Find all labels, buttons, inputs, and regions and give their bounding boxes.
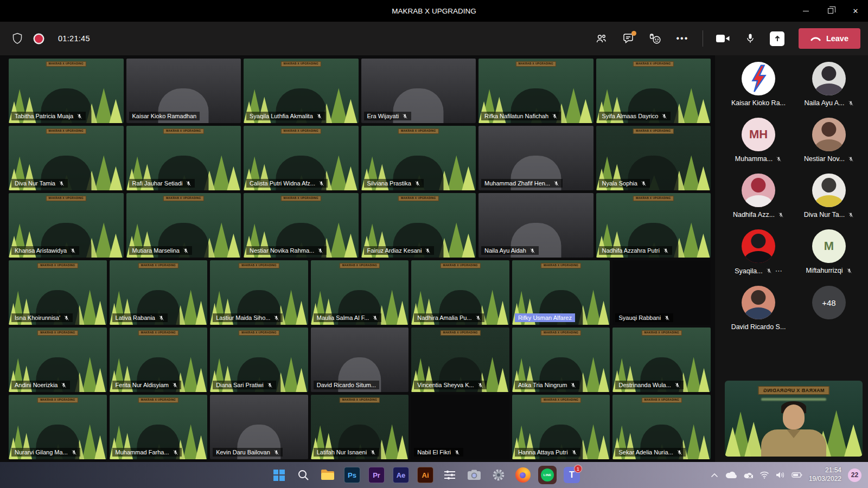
volume-icon[interactable] — [776, 471, 785, 479]
battery-icon[interactable] — [792, 472, 802, 478]
close-button[interactable]: ✕ — [843, 0, 868, 22]
video-tile[interactable]: MAKRAB X UPGRADINGDestrinanda Wula... — [612, 328, 711, 392]
chevron-up-icon[interactable] — [711, 473, 718, 478]
video-tile[interactable]: MAKRAB X UPGRADINGDiva Nur Tamia — [9, 126, 124, 190]
tile-banner: MAKRAB X UPGRADING — [138, 263, 178, 268]
video-row: MAKRAB X UPGRADINGDiva Nur Tamia MAKRAB … — [9, 126, 711, 190]
video-tile[interactable]: Kevin Daru Bailovan — [210, 395, 308, 459]
mic-muted-icon — [158, 315, 164, 321]
wifi-icon[interactable] — [760, 471, 769, 479]
restore-button[interactable] — [818, 0, 843, 22]
video-tile[interactable]: MAKRAB X UPGRADINGTabitha Patricia Muaja — [9, 59, 124, 123]
self-view-tile[interactable]: MAKRAB X UPGRADING — [725, 381, 863, 457]
camera-icon — [716, 34, 730, 43]
video-tile[interactable]: MAKRAB X UPGRADINGAndini Noerizkia — [9, 328, 107, 392]
share-screen-button[interactable] — [765, 28, 790, 49]
line-app-taskbar-button[interactable]: LINE — [537, 464, 558, 486]
video-tile[interactable]: MAKRAB X UPGRADINGVincentia Sheyva K... — [411, 328, 509, 392]
firefox-icon — [515, 467, 531, 483]
video-tile[interactable]: MAKRAB X UPGRADINGMaulia Salma Al F... — [311, 260, 409, 325]
video-tile[interactable]: Era Wijayati — [361, 59, 476, 123]
sidebar-participant[interactable]: Nestiar Nov... — [795, 118, 863, 163]
sidebar-participant[interactable]: David Ricardo S... — [725, 286, 792, 331]
video-tile[interactable]: MAKRAB X UPGRADINGFairuz Ardiaz Kesani — [361, 193, 476, 258]
video-tile[interactable]: MAKRAB X UPGRADINGNadhifa Azzahra Putri — [596, 193, 711, 258]
video-tile[interactable]: Syauqi Rabbani — [612, 260, 711, 325]
settings-taskbar-button[interactable] — [488, 464, 509, 486]
after-effects-taskbar-button[interactable]: Ae — [390, 464, 412, 486]
video-tile[interactable]: MAKRAB X UPGRADINGAtika Tria Ningrum — [512, 328, 610, 392]
video-tile[interactable]: MAKRAB X UPGRADINGKhansa Aristawidya — [9, 193, 124, 258]
mic-muted-icon — [273, 450, 279, 455]
premiere-taskbar-button[interactable]: Pr — [366, 464, 387, 486]
file-explorer-taskbar-button[interactable] — [317, 464, 339, 486]
leave-button[interactable]: Leave — [799, 28, 860, 49]
mic-muted-icon — [372, 315, 378, 321]
video-tile[interactable]: MAKRAB X UPGRADINGLativa Rabania — [110, 260, 208, 325]
video-tile[interactable]: MAKRAB X UPGRADINGSyifa Almaas Dayrico — [596, 59, 711, 123]
video-tile[interactable]: MAKRAB X UPGRADINGIsna Khoirunnisa' — [9, 260, 107, 325]
windows-start-taskbar-button[interactable] — [268, 464, 290, 486]
video-tile[interactable]: Muhammad Zhafif Hen... — [478, 126, 593, 190]
video-tile[interactable]: Naila Ayu Aidah — [478, 193, 593, 258]
video-tile[interactable]: MAKRAB X UPGRADINGNestiar Novika Rahma..… — [244, 193, 359, 258]
photoshop-taskbar-button[interactable]: Ps — [341, 464, 363, 486]
sidebar-participant[interactable]: Nadhifa Azz... — [725, 174, 792, 219]
participant-more-icon[interactable]: ⋯ — [775, 267, 782, 275]
tray-misc-icon[interactable] — [743, 471, 753, 479]
tile-banner: MAKRAB X UPGRADING — [46, 61, 86, 67]
video-tile[interactable]: MAKRAB X UPGRADINGSekar Adelia Nuria... — [612, 395, 711, 459]
participant-name-label: Rafi Jauhar Setiadi — [129, 179, 195, 188]
video-tile[interactable]: MAKRAB X UPGRADINGFerita Nur Aldisyiam — [110, 328, 208, 392]
teams-taskbar-button[interactable]: T1 — [561, 464, 583, 486]
video-tile[interactable]: MAKRAB X UPGRADINGNyala Sophia — [596, 126, 711, 190]
volume-mixer-taskbar-button[interactable] — [439, 464, 461, 486]
sidebar-participant[interactable]: Kaisar Kioko Ra... — [725, 62, 792, 107]
video-tile[interactable]: MAKRAB X UPGRADINGRifka Nafilatun Nafich… — [478, 59, 593, 123]
participant-name: Rafi Jauhar Setiadi — [132, 180, 183, 187]
video-tile[interactable]: MAKRAB X UPGRADINGSyaqila Luthfia Akmali… — [244, 59, 359, 123]
taskbar-clock[interactable]: 21:54 19/03/2022 — [809, 466, 841, 483]
premiere-icon: Pr — [368, 467, 385, 483]
sidebar-participant[interactable]: MMiftahurrizqi — [795, 229, 863, 275]
video-tile[interactable]: MAKRAB X UPGRADINGNadhira Amalia Pu... — [411, 260, 509, 325]
mic-toggle-button[interactable] — [738, 28, 763, 49]
camera-toggle-button[interactable] — [711, 28, 736, 49]
minimize-button[interactable] — [793, 0, 818, 22]
participant-name-label: Latifah Nur Isnaeni — [314, 448, 379, 457]
more-options-button[interactable]: ••• — [670, 28, 695, 49]
onedrive-icon[interactable] — [725, 471, 737, 479]
notification-count-badge[interactable]: 22 — [848, 468, 861, 482]
video-tile[interactable]: Kaisar Kioko Ramadhan — [126, 59, 241, 123]
video-tile[interactable]: MAKRAB X UPGRADINGLastiur Maida Siho... — [210, 260, 308, 325]
chat-button[interactable] — [616, 28, 641, 49]
reactions-button[interactable] — [643, 28, 668, 49]
sidebar-participant[interactable]: Syaqila... ⋯ — [725, 229, 792, 275]
sidebar-participant[interactable]: Naila Ayu A... — [795, 62, 863, 107]
video-tile[interactable]: MAKRAB X UPGRADINGRafi Jauhar Setiadi — [126, 126, 241, 190]
tile-banner: MAKRAB X UPGRADING — [541, 397, 581, 403]
overflow-participants[interactable]: +48 — [795, 286, 863, 331]
video-tile[interactable]: MAKRAB X UPGRADINGMuhammad Farha... — [110, 395, 208, 459]
video-tile[interactable]: MAKRAB X UPGRADINGSilviana Prastika — [361, 126, 476, 190]
video-tile[interactable]: MAKRAB X UPGRADINGNurarvi Gilang Ma... — [9, 395, 107, 459]
video-tile[interactable]: MAKRAB X UPGRADINGCalista Putri Widna Af… — [244, 126, 359, 190]
illustrator-taskbar-button[interactable]: Ai — [414, 464, 436, 486]
participant-name: Nurarvi Gilang Ma... — [15, 449, 68, 455]
participant-name: Tabitha Patricia Muaja — [15, 113, 73, 119]
video-tile[interactable]: MAKRAB X UPGRADINGDiana Sari Pratiwi — [210, 328, 308, 392]
windows-search-taskbar-button[interactable] — [292, 464, 314, 486]
participants-button[interactable] — [589, 28, 614, 49]
video-tile[interactable]: MAKRAB X UPGRADINGLatifah Nur Isnaeni — [311, 395, 409, 459]
video-tile[interactable]: MAKRAB X UPGRADINGMutiara Marselina — [126, 193, 241, 258]
sidebar-participant[interactable]: MHMuhamma... — [725, 118, 792, 163]
video-tile[interactable]: David Ricardo Situm... — [311, 328, 409, 392]
firefox-taskbar-button[interactable] — [512, 464, 534, 486]
video-tile[interactable]: MAKRAB X UPGRADINGRifky Usman Alfarez — [512, 260, 610, 325]
video-tile[interactable]: Nabil El Fikri — [411, 395, 509, 459]
sidebar-participant[interactable]: Diva Nur Ta... — [795, 174, 863, 219]
sidebar-participant-name: Kaisar Kioko Ra... — [731, 99, 786, 107]
participant-name: Diana Sari Pratiwi — [216, 382, 263, 388]
camera-app-taskbar-button[interactable] — [463, 464, 485, 486]
video-tile[interactable]: MAKRAB X UPGRADINGHanna Attaya Putri — [512, 395, 610, 459]
